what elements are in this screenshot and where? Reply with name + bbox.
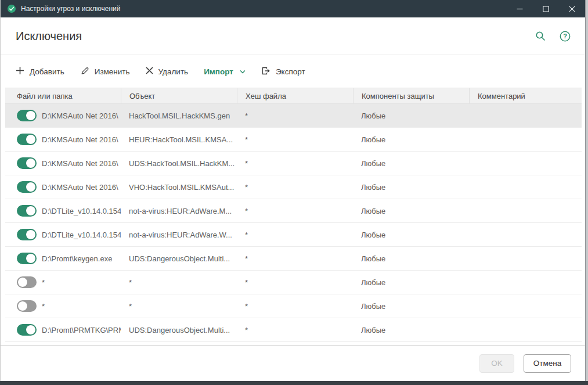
row-protection-components: Любые (361, 231, 385, 239)
column-header-file-or-folder[interactable]: Файл или папка (5, 88, 121, 103)
table-row[interactable]: D:\Promt\keygen.exe UDS:DangerousObject.… (5, 247, 582, 271)
row-enabled-toggle[interactable] (17, 276, 37, 288)
close-button[interactable] (559, 0, 585, 17)
table-row[interactable]: * * * Любые (5, 271, 582, 294)
row-file-hash: * (245, 302, 248, 311)
row-file-hash: * (245, 111, 248, 120)
table-row[interactable]: D:\KMSAuto Net 2016\ HEUR:HackTool.MSIL.… (5, 128, 582, 152)
row-protection-components: Любые (361, 254, 385, 263)
row-enabled-toggle[interactable] (17, 205, 37, 217)
table-row[interactable]: D:\DTLite_v10.14.0.1546 not-a-virus:HEUR… (5, 199, 582, 223)
pencil-icon (80, 66, 89, 77)
add-button-label: Добавить (30, 67, 64, 76)
row-object: HEUR:HackTool.MSIL.KMSA... (129, 135, 233, 144)
settings-window: Настройки угроз и исключений Исключения (0, 0, 586, 381)
row-enabled-toggle[interactable] (17, 229, 37, 240)
page-header: Исключения ? (1, 17, 585, 55)
footer: OK Отмена (1, 346, 585, 381)
import-button-label: Импорт (204, 67, 233, 76)
row-enabled-toggle[interactable] (17, 157, 37, 169)
row-enabled-toggle[interactable] (17, 300, 37, 312)
table-body: D:\KMSAuto Net 2016\ HackTool.MSIL.HackK… (5, 104, 582, 342)
row-enabled-toggle[interactable] (17, 134, 37, 145)
toggle-knob (18, 301, 27, 311)
kaspersky-app-icon (7, 4, 16, 13)
add-button[interactable]: Добавить (16, 66, 64, 77)
column-header-file-hash[interactable]: Хеш файла (237, 88, 353, 103)
row-object: VHO:HackTool.MSIL.KMSAut... (129, 183, 234, 192)
row-protection-components: Любые (361, 207, 385, 215)
ok-button[interactable]: OK (479, 354, 514, 373)
row-file-or-folder: D:\KMSAuto Net 2016\ (42, 135, 118, 144)
maximize-button[interactable] (533, 0, 559, 17)
toggle-knob (26, 254, 35, 263)
row-protection-components: Любые (361, 278, 385, 287)
row-file-or-folder: D:\KMSAuto Net 2016\ (42, 159, 118, 168)
screen: Настройки угроз и исключений Исключения (0, 0, 588, 385)
row-enabled-toggle[interactable] (17, 324, 37, 336)
window-edge-shadow (586, 0, 588, 381)
plus-icon (16, 66, 24, 77)
titlebar[interactable]: Настройки угроз и исключений (1, 0, 585, 17)
row-protection-components: Любые (361, 111, 385, 120)
row-enabled-toggle[interactable] (17, 110, 37, 121)
row-file-or-folder: D:\DTLite_v10.14.0.1546 (42, 231, 121, 239)
row-file-hash: * (245, 135, 248, 144)
row-object: UDS:DangerousObject.Multi... (129, 326, 230, 334)
row-file-hash: * (245, 183, 248, 192)
row-protection-components: Любые (361, 326, 385, 334)
row-file-hash: * (245, 326, 248, 334)
row-object: UDS:DangerousObject.Multi... (129, 254, 230, 263)
edit-button[interactable]: Изменить (80, 66, 130, 77)
help-icon[interactable]: ? (558, 30, 571, 42)
row-protection-components: Любые (361, 159, 385, 168)
table-row[interactable]: D:\KMSAuto Net 2016\ VHO:HackTool.MSIL.K… (5, 175, 582, 199)
toggle-knob (18, 278, 27, 287)
page-title: Исключения (16, 30, 534, 43)
table-row[interactable]: D:\DTLite_v10.14.0.1546 not-a-virus:HEUR… (5, 223, 582, 247)
search-icon[interactable] (534, 30, 547, 42)
row-object: not-a-virus:HEUR:AdWare.M... (129, 207, 232, 215)
svg-text:?: ? (563, 33, 567, 39)
column-header-protection-components[interactable]: Компоненты защиты (353, 88, 469, 103)
row-file-hash: * (245, 231, 248, 239)
row-file-hash: * (245, 278, 248, 287)
row-protection-components: Любые (361, 183, 385, 192)
row-file-hash: * (245, 159, 248, 168)
table-row[interactable]: D:\KMSAuto Net 2016\ UDS:HackTool.MSIL.H… (5, 152, 582, 175)
row-file-or-folder: D:\DTLite_v10.14.0.1546 (42, 207, 121, 215)
x-icon (146, 67, 153, 76)
column-header-object[interactable]: Объект (121, 88, 237, 103)
minimize-button[interactable] (507, 0, 533, 17)
table-header: Файл или папка Объект Хеш файла Компонен… (5, 88, 582, 104)
row-object: * (129, 278, 132, 287)
row-file-or-folder: * (42, 302, 45, 311)
row-enabled-toggle[interactable] (17, 253, 37, 264)
row-file-or-folder: * (42, 278, 45, 287)
row-file-or-folder: D:\Promt\keygen.exe (42, 254, 112, 263)
import-button[interactable]: Импорт (204, 67, 246, 76)
toggle-knob (26, 111, 35, 120)
row-protection-components: Любые (361, 135, 385, 144)
background-strip (0, 381, 588, 385)
toggle-knob (26, 159, 35, 168)
row-object: not-a-virus:HEUR:AdWare.W... (129, 231, 232, 239)
toggle-knob (26, 230, 35, 239)
window-title: Настройки угроз и исключений (21, 5, 507, 13)
export-button[interactable]: Экспорт (261, 66, 305, 77)
row-file-or-folder: D:\Promt\PRMTKG\PRMT (42, 326, 121, 334)
delete-button-label: Удалить (158, 67, 189, 76)
row-object: * (129, 302, 132, 311)
row-protection-components: Любые (361, 302, 385, 311)
table-row[interactable]: D:\KMSAuto Net 2016\ HackTool.MSIL.HackK… (5, 104, 582, 128)
export-icon (261, 66, 270, 77)
table-row[interactable]: D:\Promt\PRMTKG\PRMT UDS:DangerousObject… (5, 318, 582, 342)
toolbar: Добавить Изменить Удалить Импорт (1, 55, 585, 88)
column-header-comment[interactable]: Комментарий (469, 88, 582, 103)
row-file-or-folder: D:\KMSAuto Net 2016\ (42, 183, 118, 192)
table-row[interactable]: * * * Любые (5, 294, 582, 318)
delete-button[interactable]: Удалить (146, 67, 189, 76)
cancel-button[interactable]: Отмена (524, 354, 571, 373)
toggle-knob (26, 325, 35, 334)
row-enabled-toggle[interactable] (17, 181, 37, 193)
